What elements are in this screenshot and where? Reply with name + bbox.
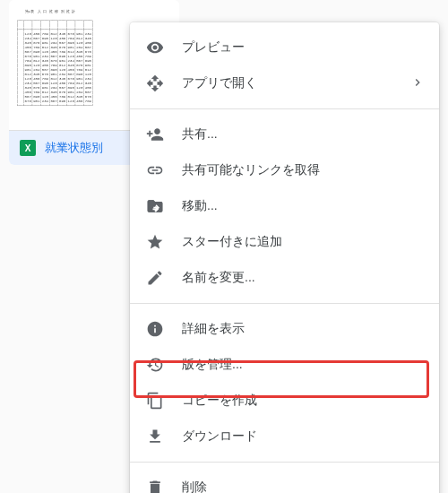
menu-move[interactable]: 移動... xyxy=(130,188,439,224)
history-icon xyxy=(146,356,164,374)
download-icon xyxy=(146,428,164,445)
menu-open-with[interactable]: アプリで開く xyxy=(130,65,439,101)
menu-versions[interactable]: 版を管理... xyxy=(130,347,439,383)
context-menu: プレビュー アプリで開く 共有... 共有可能なリンクを取得 移動... スタ xyxy=(130,22,439,493)
menu-details[interactable]: 詳細を表示 xyxy=(130,311,439,347)
menu-label: スター付きに追加 xyxy=(182,234,425,250)
person-add-icon xyxy=(146,125,164,143)
chevron-right-icon xyxy=(410,75,425,92)
menu-get-link[interactable]: 共有可能なリンクを取得 xyxy=(130,152,439,188)
link-icon xyxy=(146,161,164,179)
menu-label: 共有... xyxy=(182,126,425,143)
menu-label: 版を管理... xyxy=(182,357,425,373)
star-icon xyxy=(146,233,164,251)
menu-label: コピーを作成 xyxy=(182,393,425,409)
menu-share[interactable]: 共有... xyxy=(130,117,439,152)
eye-icon xyxy=(146,39,164,56)
menu-rename[interactable]: 名前を変更... xyxy=(130,260,439,296)
folder-move-icon xyxy=(146,197,164,215)
menu-label: 削除 xyxy=(182,480,425,493)
trash-icon xyxy=(146,479,164,493)
menu-label: 移動... xyxy=(182,198,425,214)
copy-icon xyxy=(146,392,164,410)
edit-icon xyxy=(146,269,164,287)
menu-label: ダウンロード xyxy=(182,428,425,445)
file-name: 就業状態別 xyxy=(45,140,103,156)
divider xyxy=(130,462,439,463)
menu-make-copy[interactable]: コピーを作成 xyxy=(130,383,439,419)
menu-preview[interactable]: プレビュー xyxy=(130,30,439,65)
excel-icon: X xyxy=(20,140,36,156)
info-icon xyxy=(146,320,164,338)
menu-label: 名前を変更... xyxy=(182,270,425,286)
divider xyxy=(130,108,439,109)
menu-download[interactable]: ダウンロード xyxy=(130,419,439,454)
menu-label: 共有可能なリンクを取得 xyxy=(182,162,425,178)
menu-label: 詳細を表示 xyxy=(182,321,425,337)
divider xyxy=(130,303,439,304)
menu-label: プレビュー xyxy=(182,39,425,56)
thumb-table: ┌──┬───┬───┬───┬───┬───┬───┬───┬───┐ │ │… xyxy=(16,19,93,108)
open-with-icon xyxy=(146,74,164,92)
menu-delete[interactable]: 削除 xyxy=(130,470,439,493)
menu-label: アプリで開く xyxy=(182,75,410,91)
menu-star[interactable]: スター付きに追加 xyxy=(130,224,439,260)
thumb-title: 第1表 人 口 推 移 別 推 計 xyxy=(25,10,76,13)
